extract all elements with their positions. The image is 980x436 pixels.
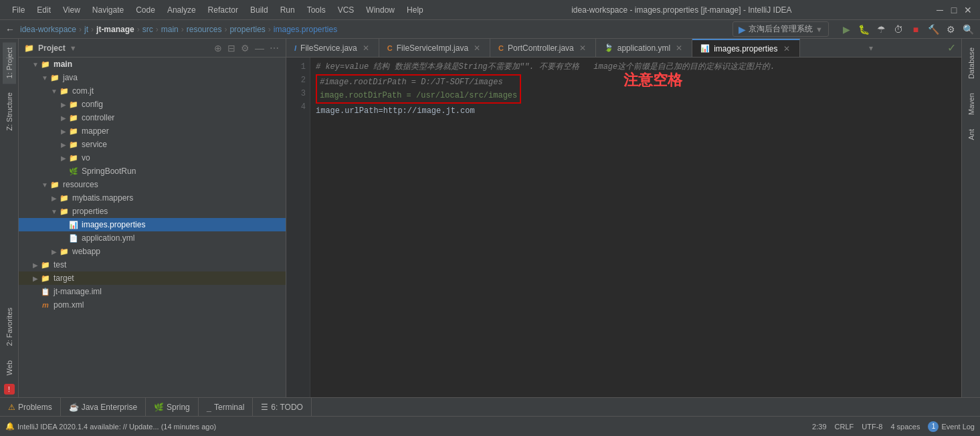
breadcrumb-jt[interactable]: jt (84, 25, 88, 34)
expand-webapp-icon[interactable]: ▶ (50, 248, 59, 255)
tree-item-properties[interactable]: ▼ 📁 properties (19, 205, 286, 218)
expand-properties-icon[interactable]: ▼ (50, 208, 59, 215)
breadcrumb-idea-workspace[interactable]: idea-workspace (20, 25, 76, 34)
expand-config-icon[interactable]: ▶ (59, 101, 68, 108)
breadcrumb-resources[interactable]: resources (187, 25, 222, 34)
panel-gear-icon[interactable]: ⋯ (268, 41, 280, 55)
expand-comjt-icon[interactable]: ▼ (50, 88, 59, 95)
maximize-button[interactable]: □ (949, 5, 959, 15)
build-button[interactable]: 🔨 (926, 23, 940, 36)
tree-item-applicationyml[interactable]: 📄 application.yml (19, 231, 286, 245)
menu-window[interactable]: Window (361, 4, 400, 16)
sidebar-favorites-icon[interactable]: 2: Favorites (3, 302, 16, 351)
status-message[interactable]: 🔔 IntelliJ IDEA 2020.1.4 available: // U… (5, 422, 216, 431)
expand-target-icon[interactable]: ▶ (31, 275, 40, 282)
expand-controller-icon[interactable]: ▶ (59, 114, 68, 122)
tree-item-mapper[interactable]: ▶ 📁 mapper (19, 124, 286, 138)
menu-vcs[interactable]: VCS (332, 4, 360, 16)
breadcrumb-file[interactable]: images.properties (274, 25, 337, 34)
tree-item-mybatismappers[interactable]: ▶ 📁 mybatis.mappers (19, 191, 286, 205)
tab-fileserviceimpl-close[interactable]: ✕ (472, 43, 482, 53)
tree-item-java[interactable]: ▼ 📁 java (19, 71, 286, 84)
run-button[interactable]: ▶ (840, 23, 853, 36)
tab-imagesproperties-close[interactable]: ✕ (782, 44, 791, 53)
expand-mybatismappers-icon[interactable]: ▶ (50, 195, 59, 202)
tab-portcontroller-close[interactable]: ✕ (578, 43, 587, 53)
breadcrumb-src[interactable]: src (142, 25, 153, 34)
tree-item-test[interactable]: ▶ 📁 test (19, 258, 286, 271)
tree-item-pomxml[interactable]: m pom.xml (19, 298, 286, 312)
panel-settings-icon[interactable]: ⚙ (239, 41, 251, 55)
status-event-log[interactable]: 1 Event Log (928, 421, 975, 432)
menu-view[interactable]: View (58, 4, 86, 16)
tab-applicationyml[interactable]: 🍃 application.yml ✕ (596, 39, 692, 57)
tab-imagesproperties[interactable]: 📊 images.properties ✕ (692, 39, 799, 57)
run-config-selector[interactable]: ▶ 京淘后台管理系统 ▼ (732, 21, 829, 37)
tree-item-springbootrun[interactable]: 🌿 SpringBootRun (19, 165, 286, 178)
breadcrumb-jt-manage[interactable]: jt-manage (96, 25, 134, 34)
stop-button[interactable]: ■ (909, 23, 922, 36)
sidebar-structure-icon[interactable]: Z: Structure (3, 87, 16, 136)
sidebar-web-icon[interactable]: Web (3, 355, 16, 380)
menu-analyze[interactable]: Analyze (162, 4, 201, 16)
tree-item-comjt[interactable]: ▼ 📁 com.jt (19, 84, 286, 98)
breadcrumb-main[interactable]: main (161, 25, 179, 34)
panel-minimize-icon[interactable]: — (254, 41, 266, 55)
tree-item-target[interactable]: ▶ 📁 target (19, 271, 286, 285)
menu-file[interactable]: File (7, 4, 30, 16)
collapse-icon[interactable]: ⊟ (226, 41, 237, 55)
menu-build[interactable]: Build (245, 4, 274, 16)
coverage-button[interactable]: ☂ (874, 23, 888, 36)
tabs-overflow-button[interactable]: ▾ (865, 39, 877, 57)
locate-icon[interactable]: ⊕ (213, 41, 223, 55)
expand-service-icon[interactable]: ▶ (59, 141, 68, 148)
tab-portcontroller[interactable]: C PortController.java ✕ (490, 39, 596, 57)
close-button[interactable]: ✕ (963, 5, 973, 15)
expand-main-icon[interactable]: ▼ (31, 61, 40, 68)
sidebar-ant-icon[interactable]: Ant (965, 124, 978, 146)
tab-applicationyml-close[interactable]: ✕ (674, 43, 684, 53)
status-line-ending[interactable]: CRLF (835, 423, 854, 431)
minimize-button[interactable]: ─ (935, 5, 945, 15)
breadcrumb-properties[interactable]: properties (229, 25, 265, 34)
tab-fileservice-close[interactable]: ✕ (361, 43, 371, 53)
menu-help[interactable]: Help (401, 4, 429, 16)
menu-edit[interactable]: Edit (31, 4, 56, 16)
menu-code[interactable]: Code (130, 4, 161, 16)
tree-item-imagesproperties[interactable]: 📊 images.properties (19, 218, 286, 231)
bottom-tab-javaenterprise[interactable]: ☕ Java Enterprise (61, 398, 146, 416)
nav-back-icon[interactable]: ← (5, 24, 15, 35)
tree-item-controller[interactable]: ▶ 📁 controller (19, 111, 286, 124)
expand-resources-icon[interactable]: ▼ (40, 181, 50, 189)
sidebar-database-icon[interactable]: Database (965, 42, 978, 84)
bottom-tab-todo[interactable]: ☰ 6: TODO (253, 398, 312, 416)
tree-item-main[interactable]: ▼ 📁 main (19, 58, 286, 71)
sidebar-bottom-icon[interactable]: ! (4, 384, 15, 395)
expand-mapper-icon[interactable]: ▶ (59, 128, 68, 135)
tree-item-config[interactable]: ▶ 📁 config (19, 98, 286, 111)
status-encoding[interactable]: UTF-8 (862, 423, 882, 431)
code-editor[interactable]: # key=value 结构 数据类型本身就是String不需要加"". 不要有… (310, 58, 961, 397)
debug-button[interactable]: 🐛 (857, 23, 870, 36)
sidebar-maven-icon[interactable]: Maven (965, 88, 978, 120)
tree-item-webapp[interactable]: ▶ 📁 webapp (19, 245, 286, 258)
bottom-tab-spring[interactable]: 🌿 Spring (146, 398, 199, 416)
bottom-tab-terminal[interactable]: _ Terminal (199, 398, 254, 416)
profile-button[interactable]: ⏱ (892, 23, 905, 36)
status-indent[interactable]: 4 spaces (890, 423, 920, 431)
tree-item-jtmanageiml[interactable]: 📋 jt-manage.iml (19, 285, 286, 298)
menu-refactor[interactable]: Refactor (203, 4, 243, 16)
tab-fileserviceimpl[interactable]: C FileServiceImpl.java ✕ (379, 39, 490, 57)
sidebar-project-icon[interactable]: 1: Project (3, 42, 16, 84)
menu-tools[interactable]: Tools (302, 4, 331, 16)
settings-button[interactable]: ⚙ (944, 23, 957, 36)
bottom-tab-problems[interactable]: ⚠ Problems (0, 398, 61, 416)
menu-run[interactable]: Run (275, 4, 300, 16)
expand-java-icon[interactable]: ▼ (40, 74, 50, 82)
expand-test-icon[interactable]: ▶ (31, 261, 40, 269)
expand-vo-icon[interactable]: ▶ (59, 154, 68, 162)
tree-item-service[interactable]: ▶ 📁 service (19, 138, 286, 151)
tree-item-vo[interactable]: ▶ 📁 vo (19, 151, 286, 165)
search-button[interactable]: 🔍 (961, 23, 975, 36)
menu-navigate[interactable]: Navigate (87, 4, 129, 16)
